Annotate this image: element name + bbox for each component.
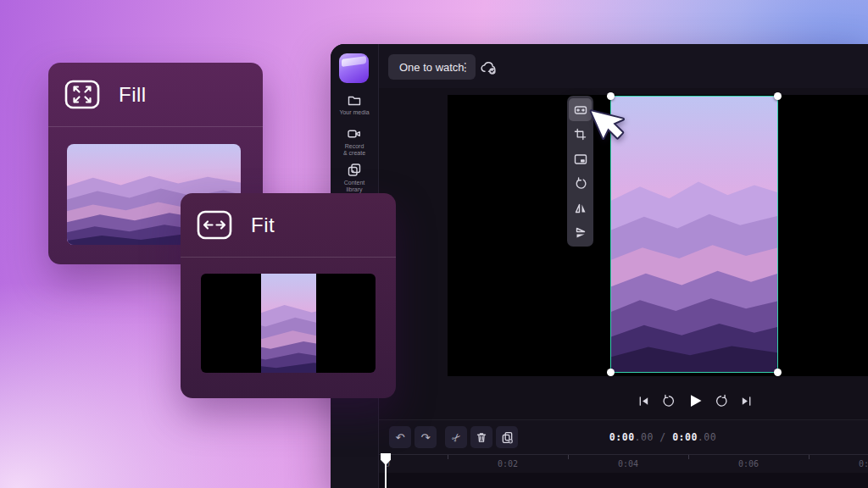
play-button[interactable] [687, 392, 704, 409]
ruler-tick [568, 455, 569, 459]
screen: Your media Record& create Contentlibrary… [0, 0, 868, 488]
rotate-icon [574, 177, 587, 191]
timeline-section: ↶ ↷ ✂ 0:00.00 / 0:00.00 [379, 419, 868, 488]
more-options-button[interactable]: ⋮ [456, 57, 475, 77]
ruler-label: 0:04 [618, 459, 638, 469]
cloud-sync-icon [479, 59, 498, 75]
fill-card-header: Fill [48, 63, 263, 127]
ruler-label: 0:08 [859, 459, 868, 469]
sidebar-item-your-media[interactable]: Your media [331, 93, 378, 116]
sidebar-item-record-create[interactable]: Record& create [331, 127, 378, 157]
picture-in-picture-icon [574, 152, 587, 166]
current-time: 0:00 [609, 431, 635, 443]
clipchamp-logo-icon[interactable] [339, 53, 369, 83]
fill-card-title: Fill [119, 83, 147, 107]
selected-video-clip[interactable] [610, 96, 778, 373]
rotate-button[interactable] [569, 172, 592, 195]
cloud-sync-button[interactable] [476, 57, 500, 77]
timeline-toolbar: ↶ ↷ ✂ [389, 426, 518, 448]
fit-preview-stage [201, 274, 376, 373]
ruler-label: 0:06 [738, 459, 759, 469]
undo-icon: ↶ [396, 431, 405, 444]
flip-horizontal-button[interactable] [569, 197, 592, 219]
mountain-video-frame [611, 97, 777, 372]
duplicate-button[interactable] [496, 426, 518, 448]
split-button[interactable]: ✂ [445, 426, 467, 448]
ruler-tick [809, 455, 810, 459]
folder-icon [347, 93, 362, 107]
mouse-cursor-icon [587, 109, 624, 152]
fit-card-header: Fit [181, 193, 396, 258]
skip-to-end-button[interactable] [740, 395, 753, 408]
fit-option-card: Fit [181, 193, 396, 398]
content-library-icon [347, 163, 362, 177]
flip-vertical-button[interactable] [569, 221, 592, 244]
trash-icon [476, 431, 487, 444]
skip-to-start-button[interactable] [637, 395, 650, 408]
redo-button[interactable]: ↷ [415, 426, 437, 448]
resize-handle-bottom-right[interactable] [774, 369, 782, 376]
transport-controls [619, 386, 771, 415]
timeline-track[interactable] [379, 473, 868, 488]
resize-handle-bottom-left[interactable] [607, 369, 615, 376]
flip-vertical-icon [574, 226, 587, 240]
total-time: 0:00 [672, 431, 698, 443]
duplicate-icon [501, 431, 514, 444]
camera-icon [347, 127, 362, 141]
scissors-icon: ✂ [448, 430, 464, 445]
expand-arrows-icon [64, 80, 100, 109]
fit-card-title: Fit [251, 214, 275, 237]
timeline-ruler[interactable]: 0 0:02 0:04 0:06 0:08 [379, 454, 868, 474]
horizontal-arrows-icon [197, 210, 232, 240]
delete-button[interactable] [470, 426, 492, 448]
ruler-tick [688, 455, 689, 459]
current-time-frac: .00 [635, 431, 654, 443]
redo-icon: ↷ [421, 431, 431, 444]
timecode-separator: / [659, 431, 665, 443]
undo-button[interactable]: ↶ [389, 426, 411, 448]
timecode-display: 0:00.00 / 0:00.00 [578, 431, 748, 443]
jump-back-button[interactable] [661, 394, 676, 408]
crop-icon [574, 128, 587, 141]
resize-handle-top-right[interactable] [774, 92, 782, 100]
sidebar-item-content-library[interactable]: Contentlibrary [331, 163, 378, 193]
fit-preview-image [261, 274, 316, 373]
playhead-line [385, 463, 387, 488]
flip-horizontal-icon [574, 202, 587, 215]
ruler-label: 0:02 [498, 459, 518, 469]
project-title: One to watch [399, 61, 465, 74]
ruler-tick [448, 455, 448, 459]
more-icon: ⋮ [459, 60, 471, 74]
jump-forward-button[interactable] [715, 394, 729, 408]
total-time-frac: .00 [698, 431, 716, 443]
